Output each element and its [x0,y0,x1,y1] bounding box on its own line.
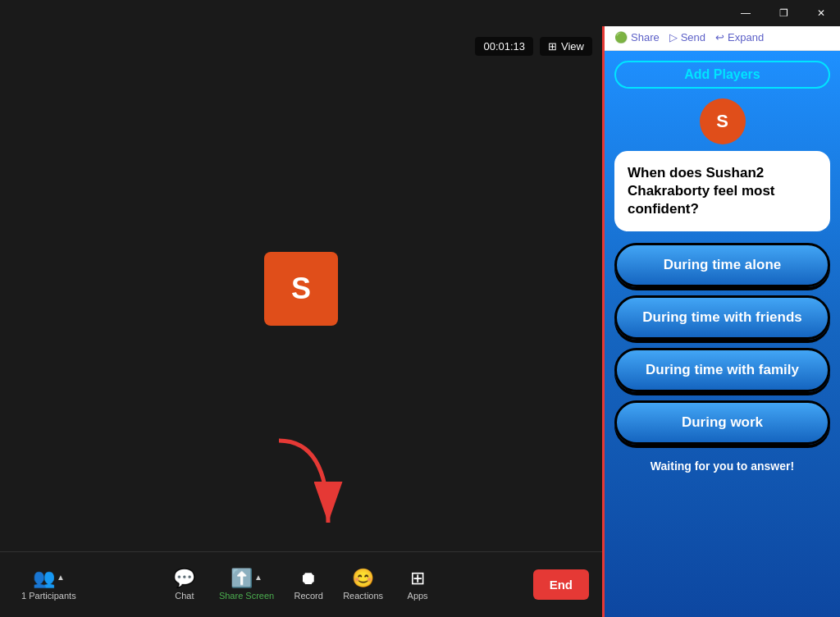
window-controls: — ❐ ✕ [727,0,840,26]
close-button[interactable]: ✕ [802,0,840,26]
participant-avatar-video: S [264,252,338,326]
apps-button[interactable]: ⊞ Apps [395,564,441,606]
share-screen-button[interactable]: ⬆️ ▲ Share Screen [211,564,282,606]
record-icon: ⏺ [299,569,317,587]
add-players-button[interactable]: Add Players [614,61,830,89]
app-avatar: S [700,98,746,144]
question-text: When does Sushan2 Chakraborty feel most … [628,165,775,217]
question-card: When does Sushan2 Chakraborty feel most … [614,151,830,231]
share-icon: 🟢 [614,31,628,43]
end-button[interactable]: End [533,569,589,600]
meeting-timer: 00:01:13 [475,37,533,56]
expand-icon: ↩ [715,31,724,43]
participants-button[interactable]: 👥 ▲ 1 Participants [13,564,84,606]
title-bar: — ❐ ✕ [0,0,840,26]
waiting-text: Waiting for you to answer! [651,459,794,473]
participants-icon: 👥 [33,569,55,587]
panel-actions: 🟢 Share ▷ Send ↩ Expand [614,31,830,43]
chat-icon: 💬 [173,569,195,587]
record-button[interactable]: ⏺ Record [285,564,331,606]
minimize-button[interactable]: — [727,0,765,26]
apps-label: Apps [408,591,428,601]
right-panel: ‹ My Apps 🎮 Ask Away ··· 🟢 Share ▷ Send … [602,0,840,617]
answer-button-2[interactable]: During time with family [614,348,830,392]
toolbar-right: End [533,569,589,600]
participants-label: 1 Participants [21,591,76,601]
reactions-icon: 😊 [352,569,374,587]
meeting-controls-top: 00:01:13 ⊞ View [0,31,602,61]
send-icon: ▷ [669,31,678,43]
bottom-toolbar: 👥 ▲ 1 Participants 💬 Chat ⬆️ ▲ Share Scr… [0,551,602,617]
apps-icon: ⊞ [410,569,425,587]
toolbar-left: 👥 ▲ 1 Participants [13,564,84,606]
reactions-button[interactable]: 😊 Reactions [335,564,391,606]
answer-button-3[interactable]: During work [614,400,830,445]
send-button[interactable]: ▷ Send [669,31,705,43]
reactions-label: Reactions [343,591,383,601]
answer-button-0[interactable]: During time alone [614,243,830,287]
expand-button[interactable]: ↩ Expand [715,31,764,43]
share-button[interactable]: 🟢 Share [614,31,660,43]
chat-label: Chat [175,591,194,601]
share-screen-label: Share Screen [219,591,274,601]
answer-button-1[interactable]: During time with friends [614,295,830,340]
chat-button[interactable]: 💬 Chat [162,564,208,606]
restore-button[interactable]: ❐ [765,0,802,26]
app-content: Add Players S When does Sushan2 Chakrabo… [605,51,840,617]
record-label: Record [294,591,322,601]
video-area: S [0,26,602,551]
view-icon: ⊞ [548,40,557,53]
toolbar-center: 💬 Chat ⬆️ ▲ Share Screen ⏺ Record 😊 Reac… [162,564,441,606]
view-button[interactable]: ⊞ View [540,37,592,56]
share-screen-icon: ⬆️ [231,569,253,587]
